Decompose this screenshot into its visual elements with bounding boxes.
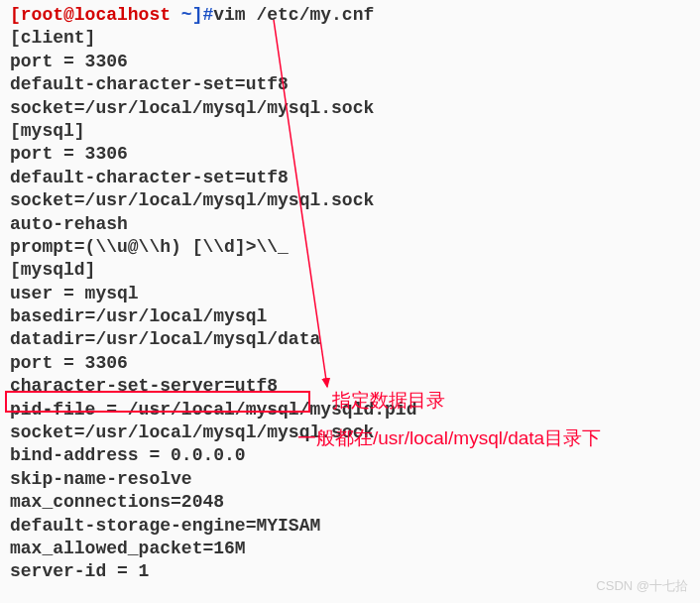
config-line: server-id = 1 <box>10 560 690 583</box>
prompt-tilde: ~]# <box>171 5 213 25</box>
annotation-label-2: 一般都在/usr/local/mysql/data目录下 <box>297 426 601 451</box>
config-line: auto-rehash <box>10 213 690 236</box>
config-line: socket=/usr/local/mysql/mysql.sock <box>10 189 690 212</box>
watermark: CSDN @十七拾 <box>596 578 688 595</box>
config-line: socket=/usr/local/mysql/mysql.sock <box>10 97 690 120</box>
config-line-datadir: datadir=/usr/local/mysql/data <box>10 328 690 351</box>
config-line: port = 3306 <box>10 143 690 166</box>
config-line: default-character-set=utf8 <box>10 73 690 96</box>
config-line: max_connections=2048 <box>10 491 690 514</box>
config-line: prompt=(\\u@\\h) [\\d]>\\_ <box>10 236 690 259</box>
config-line: default-character-set=utf8 <box>10 167 690 189</box>
config-line: port = 3306 <box>10 51 690 73</box>
config-line: user = mysql <box>10 283 690 305</box>
config-section-client: [client] <box>10 27 690 50</box>
config-line: skip-name-resolve <box>10 468 690 491</box>
annotation-label-1: 指定数据目录 <box>332 389 445 414</box>
config-line: port = 3306 <box>10 352 690 375</box>
config-section-mysql: [mysql] <box>10 120 690 143</box>
config-line: basedir=/usr/local/mysql <box>10 305 690 328</box>
prompt-command: vim /etc/my.cnf <box>213 5 374 25</box>
config-line: default-storage-engine=MYISAM <box>10 515 690 538</box>
config-line: max_allowed_packet=16M <box>10 538 690 560</box>
config-section-mysqld: [mysqld] <box>10 259 690 282</box>
shell-prompt-line: [root@localhost ~]#vim /etc/my.cnf <box>10 4 690 27</box>
prompt-user-host: [root@localhost <box>10 5 171 25</box>
